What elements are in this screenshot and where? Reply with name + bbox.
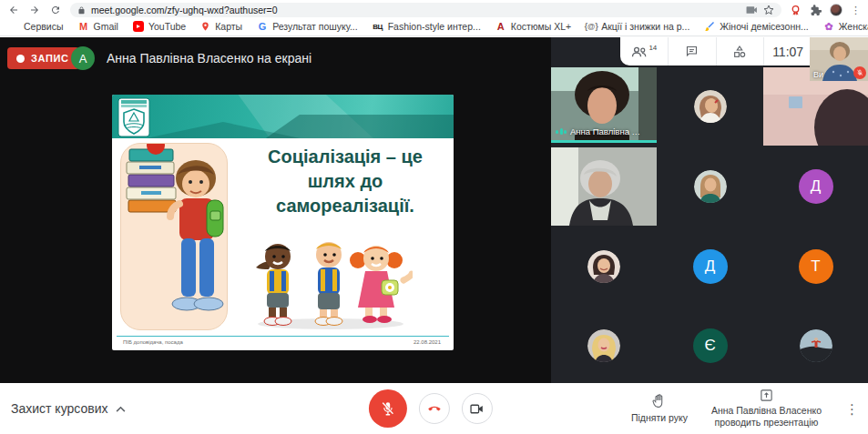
kid-figure-3 [350, 246, 412, 323]
letter-avatar: Д [799, 169, 833, 204]
participant-tile-avatar-1[interactable] [658, 67, 762, 146]
self-label: Ви [813, 70, 823, 79]
slide-kids-illustration [249, 233, 413, 335]
kid-figure-1 [256, 244, 291, 326]
address-bar[interactable]: meet.google.com/zfy-ughq-wxd?authuser=0 [70, 3, 781, 17]
participant-tile-avatar-2[interactable] [658, 147, 762, 226]
bookmark-akcii[interactable]: {@} Акції і знижки на р... [586, 21, 689, 32]
chat-button[interactable] [668, 37, 716, 66]
slide-title: Соціалізація – це шлях до самореалізації… [244, 145, 446, 218]
chat-icon [685, 45, 699, 58]
brush-icon [704, 21, 715, 32]
raise-hand-button[interactable]: Підняти руку [631, 393, 688, 424]
shared-slide: Соціалізація – це шлях до самореалізації… [112, 95, 454, 350]
browser-profile-avatar[interactable] [830, 4, 842, 16]
bookmark-gmail[interactable]: M Gmail [78, 21, 118, 32]
people-icon [631, 45, 648, 58]
participant-tile-letter-3[interactable]: Т [763, 227, 868, 306]
self-view-tile[interactable]: Ви [810, 37, 868, 81]
kid-figure-2 [315, 242, 342, 326]
participant-tile-avatar-4[interactable] [551, 308, 657, 383]
mic-mute-button[interactable] [368, 389, 406, 428]
participant-tile-letter-2[interactable]: Д [658, 227, 762, 306]
lock-icon [77, 5, 86, 15]
slide-footer-date: 22.08.2021 [414, 339, 441, 345]
slide-footer-author: ПІБ доповідача, посада [123, 339, 183, 345]
youtube-icon [133, 21, 144, 32]
participant-tile-letter-4[interactable]: Є [658, 308, 762, 383]
url-text: meet.google.com/zfy-ughq-wxd?authuser=0 [91, 5, 278, 15]
presenting-banner-text: Анна Павлівна Власенко на екрані [107, 51, 311, 66]
browser-toolbar: meet.google.com/zfy-ughq-wxd?authuser=0 … [0, 0, 868, 36]
bookmark-maps[interactable]: Карты [200, 21, 242, 32]
hang-up-button[interactable] [418, 393, 449, 424]
extensions-puzzle-icon[interactable] [810, 5, 822, 16]
books-stack-icon [127, 149, 176, 212]
site-favicon-a: A [495, 21, 506, 32]
camera-button[interactable] [461, 393, 492, 424]
present-icon [760, 389, 773, 402]
meet-main-area: ЗАПИС А Анна Павлівна Власенко на екрані… [0, 37, 868, 383]
reload-icon[interactable] [49, 4, 62, 16]
apps-grid-icon [9, 22, 19, 32]
presenter-avatar: А [71, 46, 95, 70]
videocam-icon [469, 401, 485, 417]
letter-avatar: Т [799, 249, 833, 284]
letter-avatar: Д [693, 249, 728, 284]
participants-grid: Анна Павлівна … [551, 37, 868, 383]
bookmark-services[interactable]: Сервисы [9, 21, 64, 32]
flower-icon: ✿ [823, 21, 834, 32]
more-options-icon[interactable]: ⋮ [845, 402, 859, 416]
tab-camera-icon[interactable] [746, 5, 758, 15]
presenting-banner: А Анна Павлівна Власенко на екрані [71, 46, 311, 70]
clock: 11:07 [763, 37, 812, 66]
speaking-indicator-icon [556, 128, 567, 135]
maps-pin-icon [200, 21, 210, 32]
browser-menu-icon[interactable]: ⋮ [851, 5, 861, 15]
university-logo-icon [117, 97, 150, 137]
boy-figure [170, 160, 223, 310]
slide-boy-illustration [120, 143, 228, 330]
self-mic-muted-icon [853, 66, 866, 79]
meet-top-controls: 14 11:07 [620, 37, 812, 66]
letter-avatar: Є [693, 328, 728, 363]
bookmarks-bar: Сервисы M Gmail YouTube Карты G Результа… [0, 18, 868, 35]
participants-button[interactable]: 14 [620, 37, 668, 66]
hand-icon [651, 393, 667, 409]
back-icon[interactable] [7, 4, 20, 16]
bookmark-zhenskaya[interactable]: ✿ Женская одежда о... [823, 21, 868, 32]
chevron-up-icon [116, 406, 126, 412]
recording-badge: ЗАПИС [7, 47, 79, 69]
participant-tile-speaker[interactable]: Анна Павлівна … [551, 67, 657, 143]
screen: meet.google.com/zfy-ughq-wxd?authuser=0 … [0, 0, 868, 434]
phone-hangup-icon [425, 400, 442, 417]
mic-off-icon [379, 400, 395, 417]
participants-count: 14 [648, 44, 657, 52]
bookmark-kostyumy[interactable]: A Костюмы XL+ [495, 21, 571, 32]
presenting-status[interactable]: Анна Павлівна Власенкопроводить презента… [711, 389, 822, 428]
gmail-icon: M [78, 21, 89, 32]
meet-bottom-bar: Захист курсових Підняти руку Анна Павлів… [0, 383, 868, 434]
speaker-name-label: Анна Павлівна … [556, 126, 640, 136]
bookmark-search-result[interactable]: G Результат пошуку... [257, 21, 358, 32]
participant-tile-avatar-3[interactable] [551, 227, 657, 306]
activities-icon [732, 45, 747, 59]
meeting-details-button[interactable]: Захист курсових [11, 383, 126, 434]
google-g-icon: G [257, 21, 268, 32]
activities-button[interactable] [716, 37, 764, 66]
bookmark-zhinochi[interactable]: Жіночі демісезонн... [704, 21, 808, 32]
bookmark-star-icon[interactable] [763, 5, 774, 15]
extension-ribbon-icon[interactable] [790, 5, 802, 16]
site-favicon-at: {@} [586, 21, 597, 32]
bookmark-fashion-style[interactable]: BЦ Fashion-style интер... [373, 21, 481, 32]
site-favicon-b: BЦ [373, 21, 383, 32]
forward-icon[interactable] [28, 4, 41, 16]
participant-tile-letter-1[interactable]: Д [763, 147, 868, 226]
recording-dot-icon [16, 55, 25, 63]
participant-tile-video-2[interactable] [551, 147, 657, 226]
slide-footer-divider [117, 336, 449, 337]
bookmark-youtube[interactable]: YouTube [133, 21, 186, 32]
participant-tile-avatar-5[interactable] [763, 308, 868, 383]
slide-header-band [112, 95, 454, 138]
